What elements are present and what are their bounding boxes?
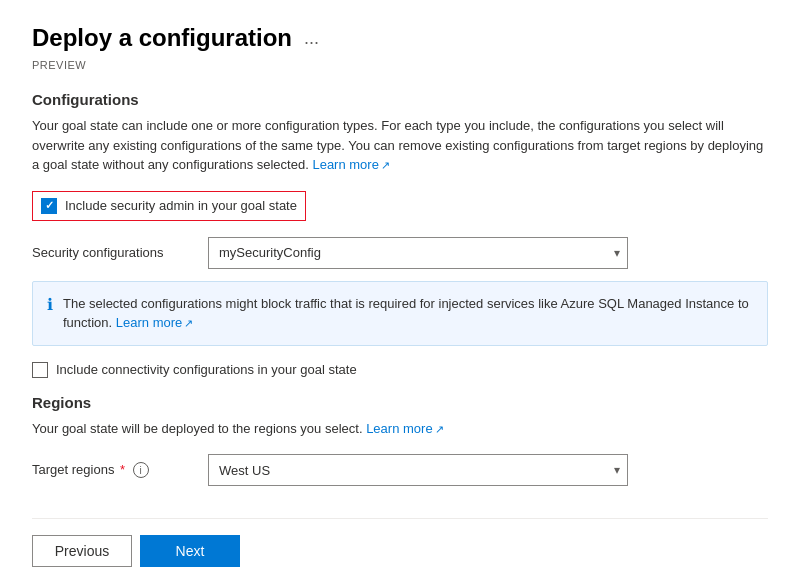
configurations-section-title: Configurations (32, 91, 768, 108)
required-indicator: * (120, 462, 125, 477)
security-admin-checkbox-label: Include security admin in your goal stat… (65, 198, 297, 213)
target-regions-info-icon: i (133, 462, 149, 478)
page-header: Deploy a configuration ··· (32, 24, 768, 57)
external-link-icon: ↗ (381, 157, 390, 174)
connectivity-checkbox[interactable] (32, 362, 48, 378)
regions-learn-more-link[interactable]: Learn more↗ (366, 421, 443, 436)
info-external-link-icon: ↗ (184, 315, 193, 332)
connectivity-checkbox-row: Include connectivity configurations in y… (32, 362, 768, 378)
connectivity-checkbox-label: Include connectivity configurations in y… (56, 362, 357, 377)
security-config-select-wrapper: mySecurityConfig ▾ (208, 237, 628, 269)
info-box: ℹ The selected configurations might bloc… (32, 281, 768, 346)
page-title: Deploy a configuration (32, 24, 292, 53)
security-config-form-row: Security configurations mySecurityConfig… (32, 237, 768, 269)
configurations-learn-more-link[interactable]: Learn more↗ (312, 157, 389, 172)
security-admin-checkbox[interactable] (41, 198, 57, 214)
info-box-text: The selected configurations might block … (63, 294, 753, 333)
next-button[interactable]: Next (140, 535, 240, 567)
target-regions-label: Target regions * i (32, 462, 192, 479)
regions-external-link-icon: ↗ (435, 421, 444, 438)
footer: Previous Next (32, 518, 768, 567)
info-circle-icon: ℹ (47, 295, 53, 314)
security-config-label: Security configurations (32, 245, 192, 260)
configurations-description: Your goal state can include one or more … (32, 116, 768, 175)
more-options-button[interactable]: ··· (300, 28, 323, 57)
target-regions-form-row: Target regions * i West US East US West … (32, 454, 768, 486)
preview-label: PREVIEW (32, 59, 768, 71)
info-learn-more-link[interactable]: Learn more↗ (116, 315, 193, 330)
target-regions-select[interactable]: West US East US West Europe East Asia (208, 454, 628, 486)
security-admin-checkbox-row: Include security admin in your goal stat… (32, 191, 306, 221)
security-config-select[interactable]: mySecurityConfig (208, 237, 628, 269)
regions-description: Your goal state will be deployed to the … (32, 419, 768, 439)
target-regions-select-wrapper: West US East US West Europe East Asia ▾ (208, 454, 628, 486)
previous-button[interactable]: Previous (32, 535, 132, 567)
regions-section-title: Regions (32, 394, 768, 411)
